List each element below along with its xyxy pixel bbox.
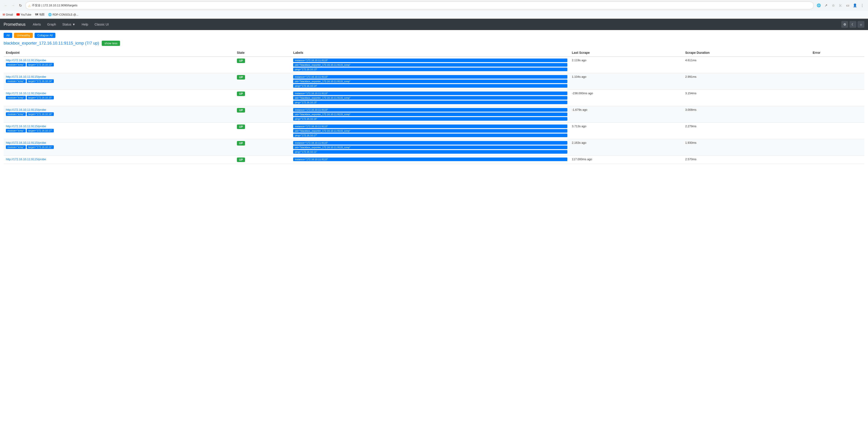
error-cell (810, 139, 864, 156)
nav-help[interactable]: Help (79, 21, 91, 28)
share-button[interactable]: ↗ (823, 2, 829, 8)
bookmarks-bar: M Gmail YouTube 🗺 地图 🌐 RDP-CONSOLE-@... (0, 11, 868, 19)
endpoint-tag: target="172.16.10.13" (27, 63, 54, 66)
state-cell: UP (235, 90, 291, 106)
youtube-icon (17, 13, 20, 16)
state-badge: UP (237, 141, 245, 146)
endpoint-tag: target="172.16.10.14" (27, 79, 54, 83)
last-scrape-cell: 1.104s ago (569, 73, 683, 90)
light-mode-button[interactable]: ☼ (858, 21, 864, 28)
endpoint-cell: http://172.16.10.11:9115/probemodule="ic… (4, 90, 235, 106)
split-screen-button[interactable]: ▭ (844, 2, 851, 8)
last-scrape-cell: 2.163s ago (569, 139, 683, 156)
last-scrape-cell: -238.000ms ago (569, 90, 683, 106)
state-badge: UP (237, 59, 245, 63)
state-cell: UP (235, 57, 291, 73)
filter-collapse-button[interactable]: Collapse All (35, 33, 55, 38)
labels-cell: instance="172.16.10.11:9115"job="blackbo… (291, 123, 569, 139)
dropdown-chevron-icon: ▼ (72, 23, 75, 26)
state-badge: UP (237, 158, 245, 162)
filter-row: All Unhealthy Collapse All (4, 33, 864, 38)
state-badge: UP (237, 92, 245, 96)
back-button[interactable]: ← (3, 2, 9, 8)
bookmark-button[interactable]: ☆ (830, 2, 836, 8)
scrape-duration-cell: 3.154ms (683, 90, 810, 106)
endpoint-tag: module="icmp" (6, 79, 26, 83)
nav-alerts[interactable]: Alerts (30, 21, 43, 28)
profile-button[interactable]: 👤 (852, 2, 858, 8)
error-cell (810, 123, 864, 139)
endpoint-tag: module="icmp" (6, 112, 26, 116)
labels-cell: instance="172.16.10.11:9115"job="blackbo… (291, 73, 569, 90)
col-last-scrape: Last Scrape (569, 49, 683, 57)
extensions-button[interactable]: ⛌ (837, 2, 844, 8)
label-badge: job="blackbox_exporter_172.16.10.11:9115… (293, 79, 567, 83)
section-title: blackbox_exporter_172.16.10.11:9115_icmp… (4, 41, 864, 46)
endpoint-link[interactable]: http://172.16.10.11:9115/probe (6, 141, 232, 145)
bookmark-rdp[interactable]: 🌐 RDP-CONSOLE-@... (48, 13, 79, 16)
label-badge: ping="172.16.10.15" (293, 101, 567, 104)
nav-status[interactable]: Status ▼ (60, 21, 78, 28)
top-nav: Prometheus Alerts Graph Status ▼ Help Cl… (0, 19, 868, 30)
col-labels: Labels (291, 49, 569, 57)
filter-unhealthy-button[interactable]: Unhealthy (14, 33, 33, 38)
label-badge: job="blackbox_exporter_172.16.10.11:9115… (293, 96, 567, 100)
label-badge: instance="172.16.10.11:9115" (293, 158, 567, 161)
last-scrape-cell: 2.119s ago (569, 57, 683, 73)
col-scrape-duration: Scrape Duration (683, 49, 810, 57)
labels-cell: instance="172.16.10.11:9115"job="blackbo… (291, 139, 569, 156)
label-badge: ping="172.16.10.13" (293, 68, 567, 71)
rdp-icon: 🌐 (48, 13, 52, 16)
label-badge: ping="172.16.10.16" (293, 117, 567, 121)
forward-button[interactable]: → (10, 2, 16, 8)
labels-cell: instance="172.16.10.11:9115"job="blackbo… (291, 57, 569, 73)
col-state: State (235, 49, 291, 57)
menu-button[interactable]: ⋮ (859, 2, 865, 8)
scrape-duration-cell: 2.991ms (683, 73, 810, 90)
nav-classic-ui[interactable]: Classic UI (92, 21, 112, 28)
nav-graph[interactable]: Graph (44, 21, 59, 28)
label-badge: ping="172.16.10.14" (293, 84, 567, 88)
bookmark-maps[interactable]: 🗺 地图 (35, 13, 44, 17)
show-less-button[interactable]: show less (102, 41, 120, 46)
endpoint-tag: target="172.16.10.11" (27, 145, 54, 149)
endpoint-tag: module="icmp" (6, 145, 26, 149)
table-row: http://172.16.10.11:9115/probemodule="ic… (4, 106, 864, 123)
translate-button[interactable]: 🌐 (815, 2, 822, 8)
bookmark-youtube[interactable]: YouTube (17, 13, 31, 16)
label-badge: job="blackbox_exporter_172.16.10.11:9115… (293, 146, 567, 149)
table-row: http://172.16.10.11:9115/probeUPinstance… (4, 156, 864, 164)
scrape-duration-cell: 1.930ms (683, 139, 810, 156)
endpoint-link[interactable]: http://172.16.10.11:9115/probe (6, 75, 232, 78)
bookmark-maps-label: 地图 (39, 13, 44, 17)
endpoint-cell: http://172.16.10.11:9115/probemodule="ic… (4, 106, 235, 123)
endpoint-link[interactable]: http://172.16.10.11:9115/probe (6, 59, 232, 62)
endpoint-cell: http://172.16.10.11:9115/probemodule="ic… (4, 57, 235, 73)
dark-mode-button[interactable]: ☾ (849, 21, 856, 28)
state-cell: UP (235, 123, 291, 139)
brand-logo: Prometheus (4, 22, 26, 27)
endpoint-link[interactable]: http://172.16.10.11:9115/probe (6, 92, 232, 95)
label-badge: instance="172.16.10.11:9115" (293, 141, 567, 145)
maps-icon: 🗺 (35, 13, 38, 17)
endpoint-link[interactable]: http://172.16.10.11:9115/probe (6, 125, 232, 128)
endpoint-link[interactable]: http://172.16.10.11:9115/probe (6, 108, 232, 111)
reload-button[interactable]: ↻ (17, 2, 24, 8)
filter-all-button[interactable]: All (4, 33, 12, 38)
bookmark-rdp-label: RDP-CONSOLE-@... (53, 13, 79, 16)
label-badge: instance="172.16.10.11:9115" (293, 75, 567, 78)
bookmark-gmail[interactable]: M Gmail (3, 13, 13, 16)
error-cell (810, 57, 864, 73)
label-badge: ping="172.16.10.17" (293, 133, 567, 137)
error-cell (810, 106, 864, 123)
error-cell (810, 90, 864, 106)
address-bar[interactable]: △ 不安全 | 172.16.10.11:9090/targets (25, 2, 814, 9)
label-badge: job="blackbox_exporter_172.16.10.11:9115… (293, 129, 567, 133)
bookmark-gmail-label: Gmail (6, 13, 13, 16)
endpoint-link[interactable]: http://172.16.10.11:9115/probe (6, 158, 232, 161)
label-badge: ping="172.16.10.11" (293, 150, 567, 154)
settings-button[interactable]: ⚙ (841, 21, 848, 28)
table-header: Endpoint State Labels Last Scrape Scrape… (4, 49, 864, 57)
browser-toolbar: ← → ↻ △ 不安全 | 172.16.10.11:9090/targets … (0, 0, 868, 11)
label-badge: job="blackbox_exporter_172.16.10.11:9115… (293, 113, 567, 116)
